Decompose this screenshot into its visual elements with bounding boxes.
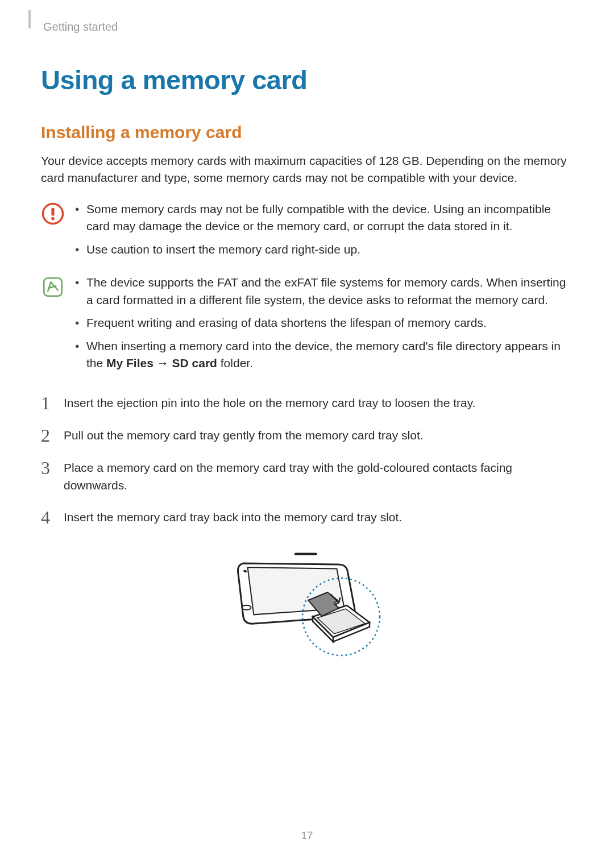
- warning-callout: Some memory cards may not be fully compa…: [41, 201, 573, 264]
- step-number: 2: [41, 426, 64, 445]
- step-text: Pull out the memory card tray gently fro…: [64, 426, 573, 445]
- step-text: Place a memory card on the memory card t…: [64, 458, 573, 494]
- warning-item: Some memory cards may not be fully compa…: [75, 201, 573, 235]
- step-number: 1: [41, 393, 64, 412]
- svg-rect-7: [294, 553, 317, 555]
- step-item: 3 Place a memory card on the memory card…: [41, 458, 573, 494]
- warning-item: Use caution to insert the memory card ri…: [75, 241, 573, 258]
- section-heading: Installing a memory card: [41, 123, 573, 142]
- note-item: Frequent writing and erasing of data sho…: [75, 314, 573, 331]
- warning-icon: [41, 201, 75, 264]
- intro-paragraph: Your device accepts memory cards with ma…: [41, 152, 573, 187]
- svg-rect-1: [51, 207, 54, 215]
- note-icon: [41, 274, 75, 377]
- instruction-steps: 1 Insert the ejection pin into the hole …: [41, 393, 573, 526]
- step-text: Insert the ejection pin into the hole on…: [64, 393, 573, 412]
- step-text: Insert the memory card tray back into th…: [64, 508, 573, 526]
- step-number: 3: [41, 458, 64, 494]
- step-item: 1 Insert the ejection pin into the hole …: [41, 393, 573, 412]
- step-item: 2 Pull out the memory card tray gently f…: [41, 426, 573, 445]
- note-bold: My Files: [106, 356, 154, 369]
- note-item: When inserting a memory card into the de…: [75, 338, 573, 372]
- note-item-text: folder.: [217, 356, 253, 369]
- note-item: The device supports the FAT and the exFA…: [75, 274, 573, 309]
- page-number: 17: [0, 829, 614, 842]
- chapter-name: Getting started: [43, 20, 573, 34]
- header-marker: [28, 10, 31, 28]
- step-item: 4 Insert the memory card tray back into …: [41, 508, 573, 526]
- svg-point-2: [51, 217, 55, 221]
- note-callout: The device supports the FAT and the exFA…: [41, 274, 573, 377]
- page-title: Using a memory card: [41, 64, 573, 95]
- device-illustration: [41, 540, 573, 676]
- step-number: 4: [41, 508, 64, 526]
- note-arrow: →: [154, 356, 172, 369]
- note-bold: SD card: [172, 356, 217, 369]
